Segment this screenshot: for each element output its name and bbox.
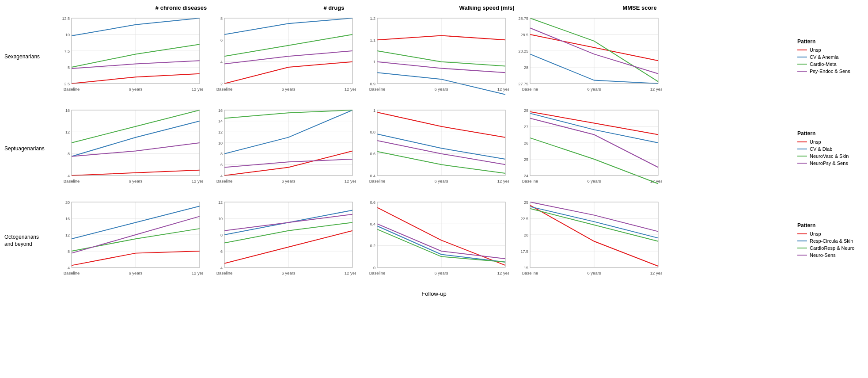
svg-text:12 years: 12 years	[497, 87, 509, 92]
charts-in-row: 2.557.51012.5Baseline6 years12 years2468…	[53, 13, 793, 101]
svg-text:1: 1	[373, 60, 375, 64]
svg-text:0.6: 0.6	[370, 200, 375, 205]
legend-label: Neuro-Sens	[810, 252, 836, 258]
legend-label: Cardio-Meta	[810, 61, 837, 67]
chart-wrapper: 2468Baseline6 years12 years	[206, 13, 356, 101]
svg-text:12 years: 12 years	[345, 271, 356, 275]
legend-color-line	[797, 233, 807, 234]
legend-item: Psy-Endoc & Sens	[797, 69, 864, 74]
svg-text:12 years: 12 years	[345, 179, 356, 183]
svg-text:8: 8	[68, 152, 70, 156]
svg-text:6 years: 6 years	[434, 271, 448, 275]
svg-text:2.5: 2.5	[64, 82, 70, 86]
legend-label: NeuroPsy & Sens	[810, 160, 848, 166]
svg-text:Baseline: Baseline	[522, 179, 538, 183]
svg-text:6 years: 6 years	[281, 87, 295, 92]
row-label: Sexagenarians	[4, 53, 53, 61]
svg-text:12 years: 12 years	[345, 87, 356, 92]
svg-text:25: 25	[524, 157, 528, 162]
svg-text:22.5: 22.5	[520, 217, 528, 221]
charts-in-row: 481216Baseline6 years12 years46810121416…	[53, 105, 793, 193]
follow-up-label: Follow-up	[4, 290, 864, 297]
svg-text:10: 10	[218, 217, 223, 221]
legend-label: Psy-Endoc & Sens	[810, 69, 850, 74]
svg-text:15: 15	[524, 266, 528, 270]
svg-text:6: 6	[220, 163, 223, 167]
svg-text:6 years: 6 years	[587, 179, 601, 183]
svg-text:12 years: 12 years	[192, 271, 203, 275]
legend-item: Unsp	[797, 231, 864, 237]
svg-text:8: 8	[68, 249, 70, 254]
chart-wrapper: 27.752828.2528.528.75Baseline6 years12 y…	[512, 13, 662, 101]
svg-text:20: 20	[65, 200, 70, 205]
legend-item: Cardio-Meta	[797, 61, 864, 67]
svg-text:Baseline: Baseline	[216, 271, 232, 275]
svg-text:6 years: 6 years	[281, 179, 295, 183]
svg-text:27.75: 27.75	[518, 82, 528, 86]
svg-text:Baseline: Baseline	[64, 271, 80, 275]
legend-item: CV & Diab	[797, 146, 864, 152]
svg-text:6 years: 6 years	[434, 87, 448, 92]
legend-label: CV & Anemia	[810, 54, 838, 60]
svg-text:12 years: 12 years	[192, 87, 203, 92]
legend-color-line	[797, 57, 807, 57]
svg-text:4: 4	[220, 174, 223, 178]
svg-text:Baseline: Baseline	[522, 87, 538, 92]
legend-label: CV & Diab	[810, 146, 832, 152]
svg-text:2: 2	[220, 82, 223, 86]
chart-wrapper: 2425262728Baseline6 years12 years	[512, 105, 662, 193]
chart-row: Septuagenarians481216Baseline6 years12 y…	[4, 105, 864, 193]
svg-text:4: 4	[220, 60, 223, 64]
legend-item: NeuroVasc & Skin	[797, 153, 864, 159]
svg-text:8: 8	[220, 233, 223, 237]
col-header: MMSE score	[565, 4, 715, 11]
svg-text:1.2: 1.2	[370, 16, 375, 21]
legend-color-line	[797, 149, 807, 149]
legend: PatternUnspResp-Circula & SkinCardioResp…	[793, 222, 864, 260]
legend-color-line	[797, 64, 807, 65]
svg-text:12: 12	[218, 200, 223, 205]
svg-text:12 years: 12 years	[650, 87, 662, 92]
legend-color-line	[797, 248, 807, 248]
svg-text:20: 20	[524, 233, 528, 237]
svg-text:4: 4	[220, 266, 223, 270]
charts-in-row: 48121620Baseline6 years12 years4681012Ba…	[53, 197, 793, 285]
svg-text:12.5: 12.5	[62, 16, 70, 21]
svg-text:Baseline: Baseline	[64, 179, 80, 183]
svg-text:Baseline: Baseline	[369, 179, 385, 183]
svg-text:10: 10	[65, 33, 70, 37]
svg-text:12 years: 12 years	[192, 179, 203, 183]
svg-text:12: 12	[65, 130, 70, 134]
svg-text:25: 25	[524, 200, 528, 205]
row-label: Septuagenarians	[4, 145, 53, 153]
svg-text:0.2: 0.2	[370, 244, 375, 248]
rows-container: Sexagenarians2.557.51012.5Baseline6 year…	[4, 13, 864, 289]
svg-text:6: 6	[220, 249, 223, 254]
svg-text:12 years: 12 years	[497, 271, 509, 275]
chart-wrapper: 48121620Baseline6 years12 years	[53, 197, 203, 285]
chart-wrapper: 1517.52022.525Baseline6 years12 years	[512, 197, 662, 285]
chart-wrapper: 481216Baseline6 years12 years	[53, 105, 203, 193]
legend-color-line	[797, 71, 807, 72]
legend-color-line	[797, 255, 807, 256]
svg-text:8: 8	[220, 16, 223, 21]
svg-text:16: 16	[218, 108, 223, 113]
svg-text:16: 16	[65, 108, 70, 113]
svg-text:4: 4	[68, 174, 70, 178]
svg-text:28.75: 28.75	[518, 16, 528, 21]
svg-text:27: 27	[524, 125, 528, 129]
svg-text:24: 24	[524, 174, 528, 178]
svg-text:Baseline: Baseline	[369, 87, 385, 92]
svg-text:6 years: 6 years	[434, 179, 448, 183]
col-header: Walking speed (m/s)	[412, 4, 562, 11]
svg-text:0.4: 0.4	[370, 174, 375, 178]
svg-text:Baseline: Baseline	[216, 179, 232, 183]
legend-item: NeuroPsy & Sens	[797, 160, 864, 166]
legend-label: Unsp	[810, 47, 821, 53]
chart-wrapper: 46810121416Baseline6 years12 years	[206, 105, 356, 193]
legend-item: Neuro-Sens	[797, 252, 864, 258]
legend-item: Resp-Circula & Skin	[797, 238, 864, 244]
legend-label: NeuroVasc & Skin	[810, 153, 849, 159]
svg-text:28.25: 28.25	[518, 49, 528, 53]
svg-text:10: 10	[218, 141, 223, 145]
